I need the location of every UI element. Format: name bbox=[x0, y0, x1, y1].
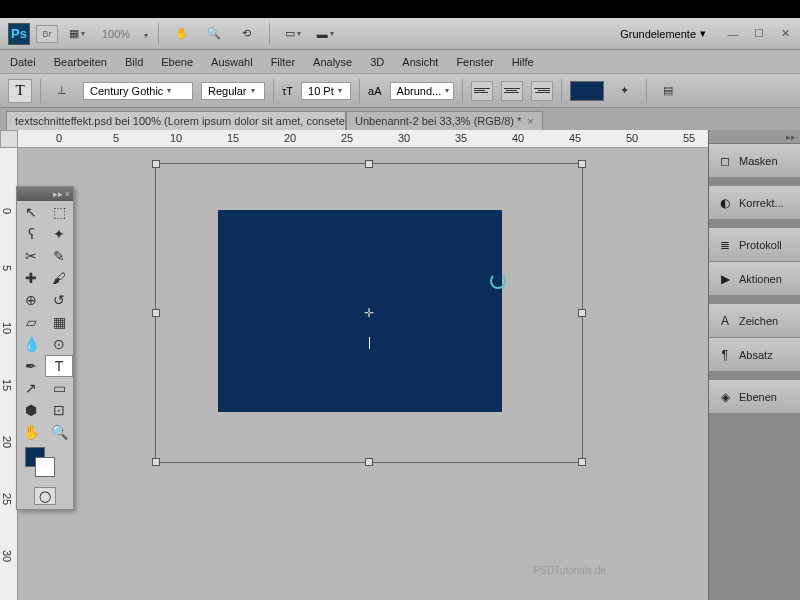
transform-handle[interactable] bbox=[578, 458, 586, 466]
font-family-dropdown[interactable]: Century Gothic bbox=[83, 82, 193, 100]
menu-3d[interactable]: 3D bbox=[370, 56, 384, 68]
text-cursor bbox=[369, 337, 370, 349]
menu-ansicht[interactable]: Ansicht bbox=[402, 56, 438, 68]
history-icon: ≣ bbox=[717, 237, 733, 253]
antialiasing-dropdown[interactable]: Abrund... bbox=[390, 82, 454, 100]
history-brush-tool[interactable]: ↺ bbox=[45, 289, 73, 311]
minimize-button[interactable]: — bbox=[726, 27, 740, 41]
dodge-tool[interactable]: ⊙ bbox=[45, 333, 73, 355]
path-selection-tool[interactable]: ↗ bbox=[17, 377, 45, 399]
transform-handle[interactable] bbox=[365, 160, 373, 168]
titlebar: Ps Br ▦ 100% ✋ 🔍 ⟲ ▭ ▬ Grundelemente ▾ —… bbox=[0, 18, 800, 50]
panel-zeichen[interactable]: AZeichen bbox=[709, 304, 800, 338]
align-left-button[interactable] bbox=[471, 81, 493, 101]
marquee-tool[interactable]: ⬚ bbox=[45, 201, 73, 223]
rotate-icon[interactable]: ⟲ bbox=[233, 23, 259, 45]
text-orientation-button[interactable]: ⊥ bbox=[49, 80, 75, 102]
antialiasing-label: aA bbox=[368, 85, 381, 97]
loading-spinner-icon bbox=[490, 273, 506, 289]
eyedropper-tool[interactable]: ✎ bbox=[45, 245, 73, 267]
eraser-tool[interactable]: ▱ bbox=[17, 311, 45, 333]
transform-handle[interactable] bbox=[578, 309, 586, 317]
magic-wand-tool[interactable]: ✦ bbox=[45, 223, 73, 245]
toolbox[interactable]: ▸▸× ↖ ⬚ ʕ ✦ ✂ ✎ ✚ 🖌 ⊕ ↺ ▱ ▦ 💧 ⊙ ✒ T ↗ ▭ … bbox=[16, 186, 74, 510]
transform-handle[interactable] bbox=[152, 160, 160, 168]
character-icon: A bbox=[717, 313, 733, 329]
menu-fenster[interactable]: Fenster bbox=[456, 56, 493, 68]
layout-dropdown[interactable]: ▦ bbox=[64, 23, 90, 45]
gradient-tool[interactable]: ▦ bbox=[45, 311, 73, 333]
bridge-button[interactable]: Br bbox=[36, 25, 58, 43]
align-center-button[interactable] bbox=[501, 81, 523, 101]
menu-analyse[interactable]: Analyse bbox=[313, 56, 352, 68]
tab-close-icon[interactable]: × bbox=[527, 115, 533, 127]
transform-handle[interactable] bbox=[578, 160, 586, 168]
stamp-tool[interactable]: ⊕ bbox=[17, 289, 45, 311]
type-tool[interactable]: T bbox=[45, 355, 73, 377]
workspace-dropdown[interactable]: Grundelemente ▾ bbox=[612, 25, 714, 42]
ruler-origin[interactable] bbox=[0, 130, 18, 148]
hand-tool[interactable]: ✋ bbox=[17, 421, 45, 443]
menu-hilfe[interactable]: Hilfe bbox=[512, 56, 534, 68]
transform-handle[interactable] bbox=[365, 458, 373, 466]
font-style-dropdown[interactable]: Regular bbox=[201, 82, 265, 100]
transform-center-icon: ✛ bbox=[363, 307, 375, 319]
panel-absatz[interactable]: ¶Absatz bbox=[709, 338, 800, 372]
panel-collapse-button[interactable]: ▸▸ bbox=[709, 130, 800, 144]
maximize-button[interactable]: ☐ bbox=[752, 27, 766, 41]
arrange-dropdown[interactable]: ▭ bbox=[280, 23, 306, 45]
quickmask-button[interactable]: ◯ bbox=[34, 487, 56, 505]
close-button[interactable]: ✕ bbox=[778, 27, 792, 41]
panel-korrekturen[interactable]: ◐Korrekt... bbox=[709, 186, 800, 220]
move-tool[interactable]: ↖ bbox=[17, 201, 45, 223]
menu-auswahl[interactable]: Auswahl bbox=[211, 56, 253, 68]
zoom-dropdown[interactable] bbox=[142, 28, 148, 40]
menu-datei[interactable]: Datei bbox=[10, 56, 36, 68]
transform-handle[interactable] bbox=[152, 309, 160, 317]
zoom-icon[interactable]: 🔍 bbox=[201, 23, 227, 45]
3d-tool[interactable]: ⬢ bbox=[17, 399, 45, 421]
zoom-tool[interactable]: 🔍 bbox=[45, 421, 73, 443]
panel-ebenen[interactable]: ◈Ebenen bbox=[709, 380, 800, 414]
brush-tool[interactable]: 🖌 bbox=[45, 267, 73, 289]
crop-tool[interactable]: ✂ bbox=[17, 245, 45, 267]
shape-tool[interactable]: ▭ bbox=[45, 377, 73, 399]
character-panel-button[interactable]: ▤ bbox=[655, 80, 681, 102]
canvas[interactable]: ✛ PSDTutorials.de bbox=[18, 148, 708, 600]
font-size-dropdown[interactable]: 10 Pt bbox=[301, 82, 351, 100]
mask-icon: ◻ bbox=[717, 153, 733, 169]
options-bar: T ⊥ Century Gothic Regular τT 10 Pt aA A… bbox=[0, 74, 800, 108]
transform-bounding-box[interactable]: ✛ bbox=[155, 163, 583, 463]
3d-camera-tool[interactable]: ⊡ bbox=[45, 399, 73, 421]
document-tab-1[interactable]: textschnitteffekt.psd bei 100% (Lorem ip… bbox=[6, 111, 346, 130]
background-color-swatch[interactable] bbox=[35, 457, 55, 477]
transform-handle[interactable] bbox=[152, 458, 160, 466]
screenmode-dropdown[interactable]: ▬ bbox=[312, 23, 338, 45]
layers-icon: ◈ bbox=[717, 389, 733, 405]
color-swatches[interactable] bbox=[17, 443, 73, 483]
horizontal-ruler[interactable]: 0510152025303540455055 bbox=[18, 130, 708, 148]
app-logo: Ps bbox=[8, 23, 30, 45]
right-panel-dock: ▸▸ ◻Masken ◐Korrekt... ≣Protokoll ▶Aktio… bbox=[708, 130, 800, 600]
panel-aktionen[interactable]: ▶Aktionen bbox=[709, 262, 800, 296]
lasso-tool[interactable]: ʕ bbox=[17, 223, 45, 245]
document-tab-2[interactable]: Unbenannt-2 bei 33,3% (RGB/8) * × bbox=[346, 111, 543, 130]
menu-bearbeiten[interactable]: Bearbeiten bbox=[54, 56, 107, 68]
menu-bild[interactable]: Bild bbox=[125, 56, 143, 68]
hand-icon[interactable]: ✋ bbox=[169, 23, 195, 45]
current-tool-icon[interactable]: T bbox=[8, 79, 32, 103]
warp-text-button[interactable]: ✦ bbox=[612, 80, 638, 102]
toolbox-header[interactable]: ▸▸× bbox=[17, 187, 73, 201]
zoom-display: 100% bbox=[102, 28, 130, 40]
menu-ebene[interactable]: Ebene bbox=[161, 56, 193, 68]
align-right-button[interactable] bbox=[531, 81, 553, 101]
healing-tool[interactable]: ✚ bbox=[17, 267, 45, 289]
menu-filter[interactable]: Filter bbox=[271, 56, 295, 68]
blur-tool[interactable]: 💧 bbox=[17, 333, 45, 355]
text-color-swatch[interactable] bbox=[570, 81, 604, 101]
tab-label: textschnitteffekt.psd bei 100% (Lorem ip… bbox=[15, 115, 346, 127]
paragraph-icon: ¶ bbox=[717, 347, 733, 363]
panel-protokoll[interactable]: ≣Protokoll bbox=[709, 228, 800, 262]
panel-masken[interactable]: ◻Masken bbox=[709, 144, 800, 178]
pen-tool[interactable]: ✒ bbox=[17, 355, 45, 377]
